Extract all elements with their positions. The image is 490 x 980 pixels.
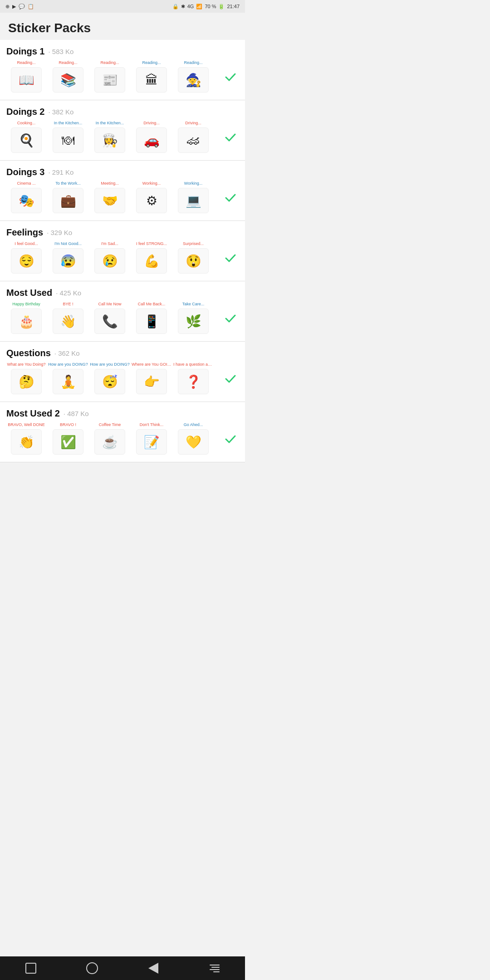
checkmark-svg bbox=[224, 372, 237, 385]
sticker-cell-mostused2-2[interactable]: Coffee Time☕ bbox=[90, 422, 130, 456]
sticker-img-doings3-2: 🤝 bbox=[93, 187, 126, 214]
pack-size-questions: · 362 Ko bbox=[54, 349, 80, 357]
sticker-box-doings1-4: 🧙 bbox=[178, 67, 209, 93]
check-installed-questions[interactable] bbox=[222, 372, 239, 385]
check-installed-doings2[interactable] bbox=[222, 131, 239, 144]
network-icon: 4G bbox=[187, 4, 194, 9]
sticker-box-mostused2-3: 📝 bbox=[136, 429, 167, 455]
stickers-area-feelings: I feel Good...😌I'm Not Good...😰I'm Sad..… bbox=[6, 241, 222, 274]
checkmark-svg bbox=[224, 191, 237, 204]
sticker-cell-doings3-4[interactable]: Working...💻 bbox=[173, 181, 213, 214]
pack-name-doings3: Doings 3 bbox=[6, 167, 44, 177]
sticker-box-mostused1-1: 👋 bbox=[53, 309, 83, 334]
sticker-cell-mostused1-0[interactable]: Happy Birthday🎂 bbox=[6, 302, 46, 335]
sticker-cell-mostused2-0[interactable]: BRAVO, Well DONE👏 bbox=[6, 422, 46, 456]
sticker-label-doings3-1: To the Work... bbox=[48, 181, 88, 187]
sticker-cell-doings3-0[interactable]: Cinema ...🎭 bbox=[6, 181, 46, 214]
sticker-cell-feelings-4[interactable]: Surprised...😲 bbox=[173, 241, 213, 274]
sticker-label-mostused2-3: Don't Think... bbox=[132, 422, 172, 428]
sticker-cell-doings2-0[interactable]: Cooking...🍳 bbox=[6, 121, 46, 154]
sticker-img-questions-0: 🤔 bbox=[10, 368, 43, 395]
sticker-label-doings2-2: In the Kitchen... bbox=[90, 121, 130, 127]
pack-size-doings2: · 382 Ko bbox=[48, 108, 74, 116]
sticker-img-doings2-2: 👩‍🍳 bbox=[93, 127, 126, 154]
sticker-img-doings3-0: 🎭 bbox=[10, 187, 43, 214]
sticker-cell-feelings-3[interactable]: I feel STRONG...💪 bbox=[132, 241, 172, 274]
sticker-box-doings2-4: 🏎 bbox=[178, 127, 209, 153]
sticker-cell-feelings-2[interactable]: I'm Sad...😢 bbox=[90, 241, 130, 274]
pack-item-doings2[interactable]: Doings 2· 382 KoCooking...🍳In the Kitche… bbox=[0, 100, 245, 161]
sticker-label-doings1-3: Reading... bbox=[132, 60, 172, 66]
sticker-img-mostused2-0: 👏 bbox=[10, 428, 43, 456]
sticker-cell-doings1-2[interactable]: Reading...📰 bbox=[90, 60, 130, 93]
sticker-cell-mostused1-3[interactable]: Call Me Back...📱 bbox=[132, 302, 172, 335]
sticker-label-feelings-2: I'm Sad... bbox=[90, 241, 130, 247]
sticker-cell-mostused1-4[interactable]: Take Care...🌿 bbox=[173, 302, 213, 335]
sticker-box-doings2-0: 🍳 bbox=[11, 127, 42, 153]
check-installed-doings3[interactable] bbox=[222, 191, 239, 204]
check-installed-mostused1[interactable] bbox=[222, 312, 239, 325]
sticker-cell-mostused2-4[interactable]: Go Ahed...💛 bbox=[173, 422, 213, 456]
checkmark-svg bbox=[224, 433, 237, 446]
message-icon: 💬 bbox=[19, 4, 25, 10]
sticker-cell-mostused1-1[interactable]: BYE !👋 bbox=[48, 302, 88, 335]
pack-item-mostused1[interactable]: Most Used· 425 KoHappy Birthday🎂BYE !👋Ca… bbox=[0, 281, 245, 342]
check-installed-feelings[interactable] bbox=[222, 252, 239, 265]
sticker-cell-mostused1-2[interactable]: Call Me Now📞 bbox=[90, 302, 130, 335]
sticker-cell-mostused2-1[interactable]: BRAVO !✅ bbox=[48, 422, 88, 456]
sticker-cell-questions-0[interactable]: What are You Doing?🤔 bbox=[6, 362, 46, 395]
sticker-cell-doings1-3[interactable]: Reading...🏛 bbox=[132, 60, 172, 93]
sticker-cell-questions-1[interactable]: How are you DOING?🧘 bbox=[48, 362, 88, 395]
sticker-img-questions-2: 😴 bbox=[93, 368, 126, 395]
sticker-box-questions-3: 👉 bbox=[136, 369, 167, 394]
sticker-box-feelings-2: 😢 bbox=[94, 248, 125, 274]
sticker-cell-feelings-1[interactable]: I'm Not Good...😰 bbox=[48, 241, 88, 274]
sticker-box-mostused2-0: 👏 bbox=[11, 429, 42, 455]
sticker-cell-doings2-3[interactable]: Driving...🚗 bbox=[132, 121, 172, 154]
sticker-cell-doings1-1[interactable]: Reading...📚 bbox=[48, 60, 88, 93]
sticker-img-questions-3: 👉 bbox=[135, 368, 168, 395]
sticker-packs-list: Doings 1· 583 KoReading...📖Reading...📚Re… bbox=[0, 40, 245, 462]
sticker-cell-doings3-2[interactable]: Meeting...🤝 bbox=[90, 181, 130, 214]
check-installed-mostused2[interactable] bbox=[222, 433, 239, 446]
sticker-img-mostused1-2: 📞 bbox=[93, 308, 126, 335]
sticker-label-mostused2-4: Go Ahed... bbox=[173, 422, 213, 428]
sticker-img-doings3-1: 💼 bbox=[52, 187, 84, 214]
sticker-cell-questions-2[interactable]: How are you DOING?😴 bbox=[90, 362, 130, 395]
sticker-box-doings3-1: 💼 bbox=[53, 188, 83, 213]
sticker-img-doings2-3: 🚗 bbox=[135, 127, 168, 154]
sticker-cell-feelings-0[interactable]: I feel Good...😌 bbox=[6, 241, 46, 274]
pack-item-feelings[interactable]: Feelings· 329 KoI feel Good...😌I'm Not G… bbox=[0, 221, 245, 281]
status-right-icons: 🔒 ✱ 4G 📶 70 % 🔋 21:47 bbox=[172, 4, 240, 10]
app-icon: 📋 bbox=[28, 4, 34, 10]
sticker-cell-doings3-3[interactable]: Working...⚙ bbox=[132, 181, 172, 214]
sticker-label-feelings-4: Surprised... bbox=[173, 241, 213, 247]
sticker-cell-mostused2-3[interactable]: Don't Think...📝 bbox=[132, 422, 172, 456]
sticker-label-mostused2-1: BRAVO ! bbox=[48, 422, 88, 428]
pack-item-questions[interactable]: Questions· 362 KoWhat are You Doing?🤔How… bbox=[0, 342, 245, 402]
sticker-cell-doings2-1[interactable]: In the Kitchen...🍽 bbox=[48, 121, 88, 154]
sticker-box-mostused1-3: 📱 bbox=[136, 309, 167, 334]
sticker-cell-doings2-2[interactable]: In the Kitchen...👩‍🍳 bbox=[90, 121, 130, 154]
sticker-box-mostused1-4: 🌿 bbox=[178, 309, 209, 334]
sticker-label-doings1-2: Reading... bbox=[90, 60, 130, 66]
sticker-img-mostused1-1: 👋 bbox=[52, 308, 84, 335]
sticker-cell-questions-4[interactable]: I have a question and I need Answer❓ bbox=[173, 362, 213, 395]
sticker-label-doings1-0: Reading... bbox=[6, 60, 46, 66]
pack-name-doings2: Doings 2 bbox=[6, 107, 44, 117]
pack-item-doings1[interactable]: Doings 1· 583 KoReading...📖Reading...📚Re… bbox=[0, 40, 245, 100]
sticker-cell-questions-3[interactable]: Where are You GOING?👉 bbox=[132, 362, 172, 395]
sticker-cell-doings3-1[interactable]: To the Work...💼 bbox=[48, 181, 88, 214]
sticker-cell-doings1-4[interactable]: Reading...🧙 bbox=[173, 60, 213, 93]
sticker-img-mostused2-1: ✅ bbox=[52, 428, 84, 456]
check-installed-doings1[interactable] bbox=[222, 71, 239, 83]
sticker-cell-doings2-4[interactable]: Driving...🏎 bbox=[173, 121, 213, 154]
stickers-area-doings2: Cooking...🍳In the Kitchen...🍽In the Kitc… bbox=[6, 121, 222, 154]
pack-item-doings3[interactable]: Doings 3· 291 KoCinema ...🎭To the Work..… bbox=[0, 161, 245, 221]
sticker-box-mostused2-2: ☕ bbox=[94, 429, 125, 455]
battery-icon: 🔋 bbox=[218, 4, 225, 10]
sticker-cell-doings1-0[interactable]: Reading...📖 bbox=[6, 60, 46, 93]
sticker-box-feelings-0: 😌 bbox=[11, 248, 42, 274]
checkmark-svg bbox=[224, 252, 237, 265]
pack-item-mostused2[interactable]: Most Used 2· 487 KoBRAVO, Well DONE👏BRAV… bbox=[0, 402, 245, 462]
